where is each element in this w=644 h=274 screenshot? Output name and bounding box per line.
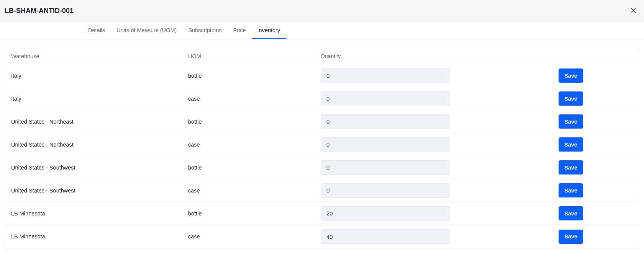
cell-quantity: [321, 160, 512, 175]
quantity-input[interactable]: [321, 114, 450, 129]
table-row: ItalybottleSave: [4, 64, 640, 87]
cell-actions: Save: [512, 137, 633, 152]
cell-actions: Save: [512, 160, 633, 175]
table-row: United States - SouthwestcaseSave: [4, 179, 640, 202]
tab-price[interactable]: Price: [228, 22, 252, 39]
cell-quantity: [321, 206, 512, 221]
cell-warehouse: LB Minnesota: [11, 210, 188, 217]
cell-warehouse: Italy: [11, 96, 188, 102]
quantity-input[interactable]: [321, 229, 450, 244]
table-row: United States - NortheastbottleSave: [4, 110, 640, 133]
column-header-quantity: Quantity: [321, 53, 512, 59]
cell-actions: Save: [512, 183, 633, 197]
close-button[interactable]: [627, 5, 639, 17]
tabs: DetailsUnits of Measure (UOM)Subscriptio…: [0, 22, 644, 39]
save-button[interactable]: Save: [559, 68, 583, 83]
cell-actions: Save: [512, 230, 633, 244]
cell-uom: bottle: [188, 119, 321, 125]
cell-uom: bottle: [188, 165, 321, 171]
cell-uom: case: [188, 142, 321, 148]
cell-quantity: [321, 68, 512, 83]
quantity-input[interactable]: [321, 137, 450, 152]
cell-actions: Save: [512, 206, 633, 220]
quantity-input[interactable]: [321, 160, 450, 175]
cell-warehouse: United States - Northeast: [11, 142, 188, 148]
tab-units-of-measure-uom[interactable]: Units of Measure (UOM): [111, 22, 182, 39]
tab-inventory[interactable]: Inventory: [252, 22, 286, 39]
cell-actions: Save: [512, 68, 633, 83]
tab-details[interactable]: Details: [82, 22, 111, 39]
modal-header: LB-SHAM-ANTID-001: [0, 0, 644, 22]
cell-quantity: [321, 137, 512, 152]
table-row: LB MinnesotacaseSave: [4, 225, 640, 248]
close-icon: [630, 7, 637, 15]
cell-quantity: [321, 114, 512, 129]
cell-warehouse: Italy: [11, 73, 188, 79]
table-row: United States - NortheastcaseSave: [4, 133, 640, 156]
table-row: United States - SouthwestbottleSave: [4, 156, 640, 179]
cell-warehouse: United States - Southwest: [11, 188, 188, 194]
cell-actions: Save: [512, 114, 633, 129]
cell-quantity: [321, 91, 512, 106]
quantity-input[interactable]: [321, 183, 450, 198]
column-header-warehouse: Warehouse: [11, 53, 188, 59]
quantity-input[interactable]: [321, 68, 450, 83]
cell-warehouse: LB Minnesota: [11, 233, 188, 240]
column-header-uom: UOM: [188, 53, 321, 59]
cell-warehouse: United States - Southwest: [11, 165, 188, 171]
page: LB-SHAM-ANTID-001 DetailsUnits of Measur…: [0, 0, 644, 274]
cell-uom: bottle: [188, 73, 321, 79]
save-button[interactable]: Save: [559, 183, 583, 197]
cell-quantity: [321, 183, 512, 198]
content: Warehouse UOM Quantity ItalybottleSaveIt…: [0, 39, 644, 252]
cell-uom: case: [188, 96, 321, 102]
tab-subscriptions[interactable]: Subscriptions: [182, 22, 227, 39]
save-button[interactable]: Save: [559, 114, 583, 129]
save-button[interactable]: Save: [559, 206, 583, 220]
save-button[interactable]: Save: [559, 91, 583, 106]
cell-uom: bottle: [188, 210, 321, 217]
cell-uom: case: [188, 233, 321, 240]
cell-actions: Save: [512, 91, 633, 106]
quantity-input[interactable]: [321, 206, 450, 221]
save-button[interactable]: Save: [559, 160, 583, 175]
cell-quantity: [321, 229, 512, 244]
cell-warehouse: United States - Northeast: [11, 119, 188, 125]
quantity-input[interactable]: [321, 91, 450, 106]
cell-uom: case: [188, 188, 321, 194]
table-header-row: Warehouse UOM Quantity: [4, 48, 640, 64]
page-title: LB-SHAM-ANTID-001: [5, 7, 74, 15]
inventory-table: Warehouse UOM Quantity ItalybottleSaveIt…: [4, 48, 640, 248]
table-row: LB MinnesotabottleSave: [4, 202, 640, 225]
save-button[interactable]: Save: [559, 137, 583, 152]
save-button[interactable]: Save: [559, 230, 583, 244]
table-row: ItalycaseSave: [4, 87, 640, 110]
